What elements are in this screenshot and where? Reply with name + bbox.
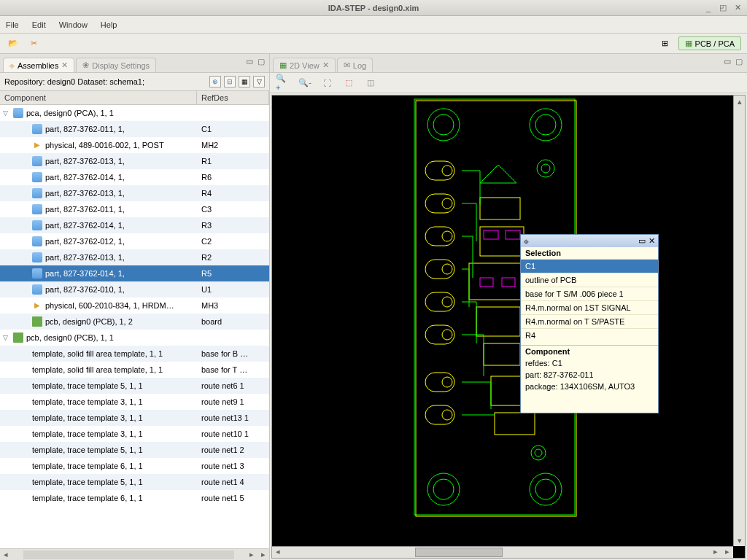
tree-row[interactable]: template, solid fill area template, 1, 1… — [0, 362, 269, 378]
tree-row[interactable]: template, trace template 5, 1, 1route ne… — [0, 442, 269, 458]
assembly-tree[interactable]: ▽pca, design0 (PCA), 1, 1part, 827-3762-… — [0, 105, 269, 548]
row-refdes-label: C1 — [197, 125, 269, 133]
canvas-vscrollbar[interactable]: ▴ ▾ — [733, 96, 745, 546]
minimize-view-icon[interactable]: ▭ — [724, 57, 731, 66]
tree-row[interactable]: part, 827-3762-011, 1,C1 — [0, 121, 269, 137]
scroll-right-icon[interactable]: ▸ — [710, 547, 721, 558]
scroll-left-icon[interactable]: ◂ — [0, 550, 12, 559]
row-refdes-label: route net1 4 — [197, 478, 269, 486]
popup-minimize-icon[interactable]: ▭ — [638, 236, 646, 246]
popup-item[interactable]: R4 — [521, 328, 658, 342]
popup-item[interactable]: R4.m.normal on T S/PASTE — [521, 314, 658, 328]
minimize-icon[interactable]: _ — [703, 3, 713, 13]
tree-row[interactable]: part, 827-3762-014, 1,R6 — [0, 169, 269, 185]
tree-row[interactable]: part, 827-3762-013, 1,R1 — [0, 153, 269, 169]
row-refdes-label: R5 — [197, 269, 269, 278]
popup-refdes: refdes: C1 — [521, 357, 658, 369]
tab-2d-view[interactable]: ▦ 2D View ✕ — [273, 58, 336, 72]
zoom-in-icon[interactable]: 🔍+ — [276, 76, 290, 90]
tree-row[interactable]: part, 827-3762-010, 1,U1 — [0, 281, 269, 298]
popup-item[interactable]: C1 — [521, 259, 658, 273]
row-component-label: part, 827-3762-013, 1, — [45, 157, 125, 166]
tree-row[interactable]: template, trace template 3, 1, 1route ne… — [0, 394, 269, 410]
minimize-view-icon[interactable]: ▭ — [246, 57, 253, 66]
cut-icon[interactable]: ✂ — [26, 36, 41, 51]
scroll-left-icon[interactable]: ◂ — [272, 547, 284, 558]
menu-edit[interactable]: Edit — [32, 20, 46, 29]
scroll-up-icon[interactable]: ▴ — [734, 96, 745, 107]
menu-help[interactable]: Help — [101, 20, 117, 29]
svg-point-21 — [442, 330, 452, 340]
zoom-out-icon[interactable]: 🔍- — [298, 76, 312, 90]
row-component-label: part, 827-3762-011, 1, — [45, 205, 125, 214]
scroll-right-icon-2[interactable]: ▸ — [721, 547, 733, 558]
tree-row[interactable]: ▶physical, 600-2010-834, 1, HRDM…MH3 — [0, 298, 269, 314]
tree-row[interactable]: part, 827-3762-012, 1,C2 — [0, 233, 269, 249]
row-component-label: physical, 600-2010-834, 1, HRDM… — [45, 301, 174, 310]
tree-row[interactable]: template, trace template 5, 1, 1route ne… — [0, 474, 269, 490]
close-icon[interactable]: ✕ — [732, 3, 743, 13]
row-refdes-label: R3 — [197, 221, 269, 230]
pcb-canvas[interactable]: ⎆ ▭ ✕ Selection C1outline of PCBbase for… — [271, 95, 746, 559]
column-refdes[interactable]: RefDes — [197, 91, 269, 104]
expand-all-icon[interactable]: ⊕ — [209, 76, 221, 88]
popup-item[interactable]: outline of PCB — [521, 273, 658, 287]
tree-row[interactable]: template, solid fill area template, 1, 1… — [0, 346, 269, 362]
collapse-all-icon[interactable]: ⊟ — [224, 76, 236, 88]
tree-row[interactable]: ▶physical, 489-0016-002, 1, POSTMH2 — [0, 137, 269, 153]
tree-row[interactable]: template, trace template 6, 1, 1route ne… — [0, 458, 269, 474]
column-component[interactable]: Component — [0, 91, 197, 104]
scroll-right-icon[interactable]: ▸ — [246, 550, 258, 559]
tree-row[interactable]: part, 827-3762-014, 1,R5 — [0, 265, 269, 281]
menu-window[interactable]: Window — [59, 20, 88, 29]
tab-close-icon[interactable]: ✕ — [322, 61, 329, 70]
tree-row[interactable]: template, trace template 3, 1, 1route ne… — [0, 410, 269, 426]
popup-component-header: Component — [521, 345, 658, 357]
tree-row[interactable]: part, 827-3762-013, 1,R4 — [0, 185, 269, 201]
row-refdes-label: route net10 1 — [197, 429, 269, 438]
row-refdes-label: route net1 2 — [197, 446, 269, 454]
menu-file[interactable]: File — [6, 20, 19, 29]
left-hscrollbar[interactable]: ◂ ▸ ▸ — [0, 548, 269, 560]
row-refdes-label: route net6 1 — [197, 381, 269, 390]
tab-log[interactable]: ✉ Log — [337, 58, 373, 72]
tree-row[interactable]: template, trace template 5, 1, 1route ne… — [0, 378, 269, 394]
zoom-region-icon[interactable]: ⬚ — [341, 76, 356, 90]
tree-row[interactable]: ▽pca, design0 (PCA), 1, 1 — [0, 105, 269, 121]
open-icon[interactable]: 📂 — [6, 36, 20, 51]
twisty-icon[interactable]: ▽ — [3, 109, 10, 117]
scroll-right-icon-2[interactable]: ▸ — [258, 550, 269, 559]
tree-row[interactable]: template, trace template 3, 1, 1route ne… — [0, 426, 269, 442]
scroll-down-icon[interactable]: ▾ — [734, 534, 745, 546]
popup-item[interactable]: base for T S/M .006 piece 1 — [521, 287, 658, 300]
zoom-fit-icon[interactable]: ⛶ — [320, 76, 334, 90]
zoom-selection-icon[interactable]: ◫ — [363, 76, 378, 90]
tab-display-settings[interactable]: ❀ Display Settings — [76, 58, 156, 72]
row-component-label: pca, design0 (PCA), 1, 1 — [26, 109, 114, 117]
view-toolbar: 🔍+ 🔍- ⛶ ⬚ ◫ — [270, 73, 747, 93]
tree-row[interactable]: pcb, design0 (PCB), 1, 2board — [0, 314, 269, 330]
popup-item[interactable]: R4.m.normal on 1ST SIGNAL — [521, 300, 658, 314]
perspective-icon[interactable]: ⊞ — [658, 36, 673, 51]
tree-row[interactable]: template, trace template 6, 1, 1route ne… — [0, 490, 269, 506]
tab-assemblies[interactable]: ⎆ Assemblies ✕ — [3, 58, 74, 72]
svg-point-17 — [442, 264, 452, 274]
twisty-icon[interactable]: ▽ — [3, 334, 10, 341]
maximize-icon[interactable]: ◰ — [718, 3, 728, 13]
perspective-button[interactable]: ▦ PCB / PCA — [678, 36, 741, 50]
popup-close-icon[interactable]: ✕ — [649, 236, 655, 246]
svg-point-9 — [535, 479, 556, 499]
tab-close-icon[interactable]: ✕ — [61, 61, 68, 70]
canvas-hscrollbar[interactable]: ◂ ▸ ▸ — [272, 546, 733, 558]
row-component-label: part, 827-3762-014, 1, — [45, 173, 125, 182]
menu-dropdown-icon[interactable]: ▽ — [253, 76, 265, 88]
tree-row[interactable]: part, 827-3762-011, 1,C3 — [0, 201, 269, 217]
pcb-icon: ▦ — [685, 39, 692, 48]
refresh-icon[interactable]: ▦ — [239, 76, 250, 88]
maximize-view-icon[interactable]: ▢ — [735, 57, 743, 66]
tree-row[interactable]: ▽pcb, design0 (PCB), 1, 1 — [0, 330, 269, 346]
tree-row[interactable]: part, 827-3762-014, 1,R3 — [0, 217, 269, 233]
tree-row[interactable]: part, 827-3762-013, 1,R2 — [0, 249, 269, 265]
maximize-view-icon[interactable]: ▢ — [258, 57, 265, 66]
row-component-label: template, trace template 5, 1, 1 — [32, 478, 143, 486]
